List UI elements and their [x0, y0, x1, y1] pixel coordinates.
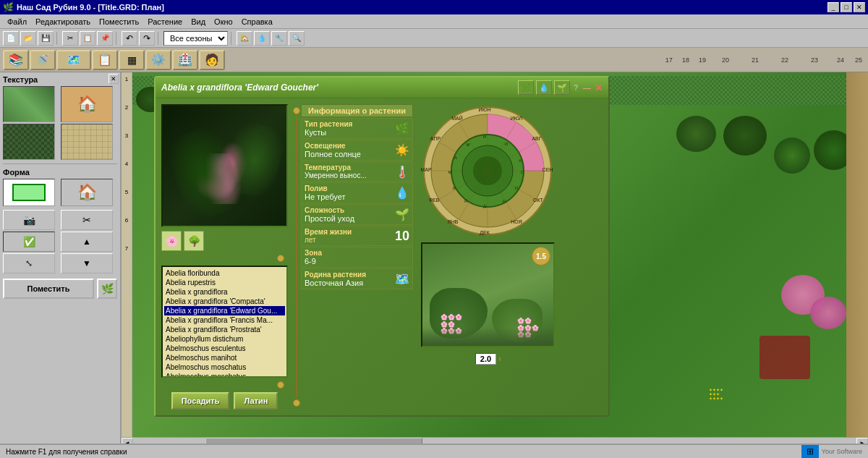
texture-swatch-1[interactable] — [3, 86, 55, 122]
texture-swatch-4[interactable] — [61, 124, 113, 160]
plant-list[interactable]: Abelia floribunda Abelia rupestris Abeli… — [161, 266, 288, 378]
plant-list-item-1[interactable]: Abelia floribunda — [164, 268, 285, 278]
ruler-num-21: 21 — [741, 56, 770, 64]
minimize-btn[interactable]: _ — [827, 2, 839, 12]
bloom-wheel-svg: ИЮН ИЮЛ АВГ СЕН ОКТ НОЯ ДЕК ЯНВ ФЕВ МАР … — [421, 104, 555, 238]
plant-list-item-5[interactable]: Abelia x grandiflora 'Edward Gou... — [164, 306, 285, 315]
save-btn[interactable]: 💾 — [38, 31, 54, 46]
garden-btn[interactable]: 🏡 — [237, 31, 252, 46]
plant-small-icons: 🌸 🌳 — [161, 231, 288, 251]
info-label-years: лет — [305, 236, 352, 244]
place-button[interactable]: Поместить — [3, 279, 94, 299]
zoom-btn[interactable]: 🔍 — [289, 31, 305, 46]
undo-btn[interactable]: ↶ — [122, 31, 137, 46]
tool-arrow-up[interactable]: ▲ — [61, 232, 113, 252]
scroll-dot-bottom — [277, 381, 284, 389]
tools-btn2[interactable]: 🔧 — [271, 31, 287, 46]
copy-btn[interactable]: 📋 — [80, 31, 95, 46]
icon-tb-medkit[interactable]: 🏥 — [172, 50, 198, 70]
shape-rect[interactable] — [3, 179, 55, 206]
main-content: ✕ Текстура 🏠 Форма 🏠 📷 ✂ ✅ ▲ ⤡ ▼ — [0, 72, 868, 449]
tree-icon-small[interactable]: 🌳 — [184, 231, 204, 251]
icon-tb-world[interactable]: 🗺️ — [56, 50, 91, 70]
menu-item-window[interactable]: Окно — [210, 16, 237, 27]
plant-list-item-10[interactable]: Abelmoschus manihot — [164, 353, 285, 362]
icon-tb-plant-db[interactable]: 📚 — [3, 50, 29, 70]
new-btn[interactable]: 📄 — [3, 31, 19, 46]
info-label-temp: Температура — [305, 164, 367, 171]
info-value-water: Не требует — [305, 192, 346, 201]
plant-list-item-9[interactable]: Abelmoschus esculentus — [164, 344, 285, 353]
tool-resize[interactable]: ⤡ — [3, 253, 55, 273]
svg-text:А: А — [519, 158, 522, 163]
texture-swatch-3[interactable] — [3, 124, 55, 160]
cut-btn[interactable]: ✂ — [62, 31, 78, 46]
info-label-zone: Зона — [305, 249, 322, 257]
info-label-water: Полив — [305, 185, 346, 192]
info-row-type: Тип растения Кусты 🌿 — [301, 118, 413, 139]
plant-list-item-3[interactable]: Abelia x grandiflora — [164, 287, 285, 297]
dialog-icon-2[interactable]: 💧 — [536, 80, 552, 95]
redo-btn[interactable]: ↷ — [139, 31, 155, 46]
close-btn[interactable]: ✕ — [854, 2, 865, 12]
canvas-area[interactable]: ✦✦✦✦✦✦✦✦✦✦✦✦✦✦ ✦✦✦✦✦✦✦✦✦✦✦✦✦✦ ✦✦✦✦✦✦✦✦✦✦… — [122, 72, 868, 449]
tool-arrow-down[interactable]: ▼ — [61, 253, 113, 273]
plant-list-item-8[interactable]: Abeliophyllum distichum — [164, 334, 285, 344]
menu-item-edit[interactable]: Редактировать — [31, 16, 95, 27]
dialog-icon-3[interactable]: 🌱 — [554, 80, 570, 95]
seasons-select[interactable]: Все сезоны — [163, 31, 228, 46]
menu-item-help[interactable]: Справка — [237, 16, 277, 27]
window-controls: _ □ ✕ — [827, 2, 865, 12]
info-value-type: Кусты — [305, 128, 352, 137]
tool-grid: 📷 ✂ ✅ ▲ ⤡ ▼ — [3, 210, 117, 273]
texture-swatch-2[interactable]: 🏠 — [61, 86, 113, 122]
svg-text:МАЙ: МАЙ — [451, 115, 463, 121]
open-btn[interactable]: 📂 — [20, 31, 36, 46]
shape-house[interactable]: 🏠 — [61, 179, 113, 206]
info-label-origin: Родина растения — [305, 271, 366, 279]
dialog-close-btn[interactable]: ✕ — [595, 82, 603, 93]
dialog-icon-1[interactable]: 🌿 — [518, 80, 534, 95]
main-toolbar: 📄 📂 💾 ✂ 📋 📌 ↶ ↷ Все сезоны 🏡 💧 🔧 🔍 — [0, 29, 868, 48]
maximize-btn[interactable]: □ — [841, 2, 852, 12]
plant-list-item-7[interactable]: Abelia x grandiflora 'Prostrata' — [164, 325, 285, 334]
plant-btn[interactable]: Посадить — [171, 392, 230, 410]
plant-list-item-2[interactable]: Abelia rupestris — [164, 278, 285, 287]
svg-text:Ф: Ф — [453, 186, 456, 190]
menu-item-view[interactable]: Вид — [187, 16, 210, 27]
icon-tb-grid[interactable]: ▦ — [119, 50, 145, 70]
action-buttons: Посадить Латин — [161, 392, 288, 410]
window-title: Наш Сад Рубин 9.0 - [Title.GRD: План] — [17, 3, 164, 12]
place-icon-btn[interactable]: 🌿 — [97, 279, 117, 299]
plant-list-item-11[interactable]: Abelmoschus moschatus — [164, 362, 285, 372]
difficulty-icon: 🌱 — [395, 208, 409, 221]
plant-list-item-6[interactable]: Abelia x grandiflora 'Francis Ma... — [164, 315, 285, 325]
menu-item-place[interactable]: Поместить — [95, 16, 143, 27]
icon-tb-doc[interactable]: 📋 — [92, 50, 118, 70]
svg-text:С: С — [521, 170, 524, 174]
tool-camera[interactable]: 📷 — [3, 210, 55, 230]
svg-text:ФЕВ: ФЕВ — [429, 198, 440, 203]
info-value-temp: Умеренно вынос... — [305, 171, 367, 179]
water-btn[interactable]: 💧 — [254, 31, 270, 46]
menu-item-plant[interactable]: Растение — [143, 16, 187, 27]
tool-check[interactable]: ✅ — [3, 232, 55, 252]
flower-icon-small[interactable]: 🌸 — [161, 231, 182, 251]
svg-text:И: И — [483, 135, 486, 139]
tool-scissors[interactable]: ✂ — [61, 210, 113, 230]
plant-list-item-4[interactable]: Abelia x grandiflora 'Compacta' — [164, 297, 285, 306]
ruler-num-25: 25 — [852, 56, 865, 64]
icon-tb-person[interactable]: 🧑 — [199, 50, 225, 70]
paste-btn[interactable]: 📌 — [97, 31, 113, 46]
menu-item-file[interactable]: Файл — [3, 16, 31, 27]
temp-icon: 🌡️ — [395, 165, 409, 179]
close-sidebar-btn[interactable]: ✕ — [109, 74, 119, 84]
icon-tb-settings[interactable]: ⚙️ — [145, 50, 171, 70]
dialog-controls: 🌿 💧 🌱 ? — ✕ — [518, 80, 603, 95]
info-row-temp: Температура Умеренно вынос... 🌡️ — [301, 161, 413, 182]
svg-text:Я: Я — [464, 199, 467, 203]
icon-tb-water2[interactable]: 🚿 — [30, 50, 56, 70]
plant-list-item-12[interactable]: Abelmoschus moschatus — [164, 372, 285, 378]
windows-btn[interactable]: ⊞ — [801, 445, 819, 458]
latin-btn[interactable]: Латин — [234, 392, 278, 410]
